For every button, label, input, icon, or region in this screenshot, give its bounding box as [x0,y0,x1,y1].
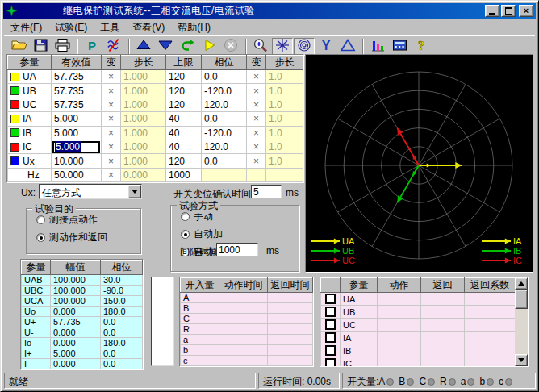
menu-item-2[interactable]: 工具 [94,19,126,36]
value-cell[interactable]: 57.735 [52,84,102,98]
vary-cell[interactable]: × [102,70,121,84]
maximize-button[interactable] [501,5,516,17]
toolbar-button-crosshair[interactable] [272,38,293,56]
row-checkbox-UA[interactable] [325,294,336,304]
vary-cell[interactable]: × [102,154,121,168]
vary-cell[interactable]: × [247,112,266,126]
vary-cell[interactable]: × [247,70,266,84]
toolbar-button-undo-arrow[interactable] [177,38,198,56]
value-cell[interactable]: 10.000 [52,154,102,168]
interval-input[interactable]: 1000 [216,243,258,256]
value-cell[interactable]: 5.000 [52,126,102,140]
value-cell[interactable]: 50.000 [52,168,102,181]
row-checkbox-IA[interactable] [325,332,336,343]
row-checkbox-UC[interactable] [325,319,336,330]
test-mode-option-1[interactable]: 自动加 [181,227,299,241]
limit-cell[interactable]: 120 [166,84,202,98]
limit-cell[interactable]: 40 [166,112,202,126]
menu-item-0[interactable]: 文件(F) [4,19,48,36]
vary-cell[interactable]: × [247,98,266,111]
value-cell[interactable]: 57.735 [52,98,102,111]
step-cell[interactable]: 1.000 [121,140,166,153]
radio-button[interactable] [181,212,190,221]
toolbar-button-up-triangle[interactable] [133,38,154,56]
scroll-down-button[interactable] [515,354,528,366]
vary-cell[interactable] [247,168,266,181]
vary-cell[interactable]: × [247,126,266,140]
vertical-scrollbar[interactable] [515,277,528,366]
step-cell[interactable] [266,168,303,181]
phase-cell[interactable]: -120.0 [202,126,247,140]
phase-cell[interactable]: 120.0 [202,140,247,153]
step-cell[interactable]: 1.000 [121,154,166,168]
vary-cell[interactable]: × [102,126,121,140]
toolbar-button-play[interactable] [198,38,219,56]
close-button[interactable]: × [519,5,533,17]
minimize-button[interactable] [485,5,499,17]
step-cell[interactable]: 0.000 [121,168,166,181]
vary-cell[interactable]: × [102,140,121,153]
row-checkbox-UB[interactable] [325,307,336,317]
phase-cell[interactable]: 0.0 [202,70,247,84]
toolbar-button-concentric-circles[interactable] [294,38,315,56]
step-cell[interactable]: 1.000 [121,84,166,98]
test-purpose-option-1[interactable]: 测动作和返回 [36,231,140,244]
toolbar-button-bar-chart[interactable] [367,38,388,56]
limit-cell[interactable]: 120 [166,70,202,84]
step-cell[interactable]: 1.0 [266,84,303,98]
scroll-up-button[interactable] [515,277,528,290]
value-edit-input[interactable]: 5.000 [52,141,100,153]
row-checkbox-IC[interactable] [325,358,336,367]
vary-cell[interactable]: × [247,154,266,168]
limit-cell[interactable]: 40 [166,140,202,153]
limit-cell[interactable]: 40 [166,126,202,140]
scrollbar-thumb[interactable] [515,290,528,309]
step-cell[interactable]: 1.0 [266,70,303,84]
toolbar-button-delta[interactable] [337,38,358,56]
limit-cell[interactable]: 1000 [166,168,202,181]
radio-button[interactable] [36,233,45,242]
toolbar-button-letter-p[interactable]: P [81,38,102,56]
vary-cell[interactable]: × [102,98,121,111]
row-checkbox-IB[interactable] [325,345,336,356]
toolbar-button-question[interactable]: ? [411,38,432,56]
step-cell[interactable]: 1.0 [266,126,303,140]
phase-cell[interactable]: 0.0 [202,154,247,168]
step-cell[interactable]: 1.0 [266,98,303,111]
vary-cell[interactable]: × [102,112,121,126]
radio-button[interactable] [181,230,190,239]
menu-item-3[interactable]: 查看(V) [126,19,171,36]
combobox-dropdown-button[interactable] [127,185,141,198]
step-cell[interactable]: 1.000 [121,112,166,126]
menu-item-4[interactable]: 帮助(H) [171,19,217,36]
toolbar-button-wye[interactable]: Y [315,38,336,56]
step-cell[interactable]: 1.0 [266,112,303,126]
phase-cell[interactable]: 120.0 [202,98,247,111]
toolbar-button-down-triangle[interactable] [155,38,176,56]
ux-mode-combobox[interactable]: 任意方式 [39,184,142,199]
radio-button[interactable] [36,215,45,224]
toolbar-button-printer[interactable] [52,38,73,56]
phase-cell[interactable]: 0.0 [202,112,247,126]
toolbar-button-calculator[interactable] [389,38,410,56]
step-cell[interactable]: 1.000 [121,126,166,140]
toolbar-button-magnifier[interactable] [250,38,271,56]
menu-item-1[interactable]: 试验(E) [48,19,94,36]
vary-cell[interactable]: × [102,84,121,98]
step-cell[interactable]: 1.000 [121,70,166,84]
step-cell[interactable]: 1.000 [121,98,166,111]
step-cell[interactable]: 1.0 [266,140,303,153]
toolbar-button-folder-open[interactable] [8,38,29,56]
phase-cell[interactable]: -120.0 [202,84,247,98]
limit-cell[interactable]: 120 [166,98,202,111]
value-cell[interactable]: 5.000 [52,140,102,153]
value-cell[interactable]: 57.735 [52,70,102,84]
toolbar-button-wave-strike[interactable] [103,38,124,56]
vary-cell[interactable]: × [102,168,121,181]
confirm-time-input[interactable]: 5 [251,185,282,198]
value-cell[interactable]: 5.000 [52,112,102,126]
toolbar-button-save[interactable] [30,38,51,56]
vary-cell[interactable]: × [247,84,266,98]
phase-cell[interactable] [202,168,247,181]
limit-cell[interactable]: 120 [166,154,202,168]
